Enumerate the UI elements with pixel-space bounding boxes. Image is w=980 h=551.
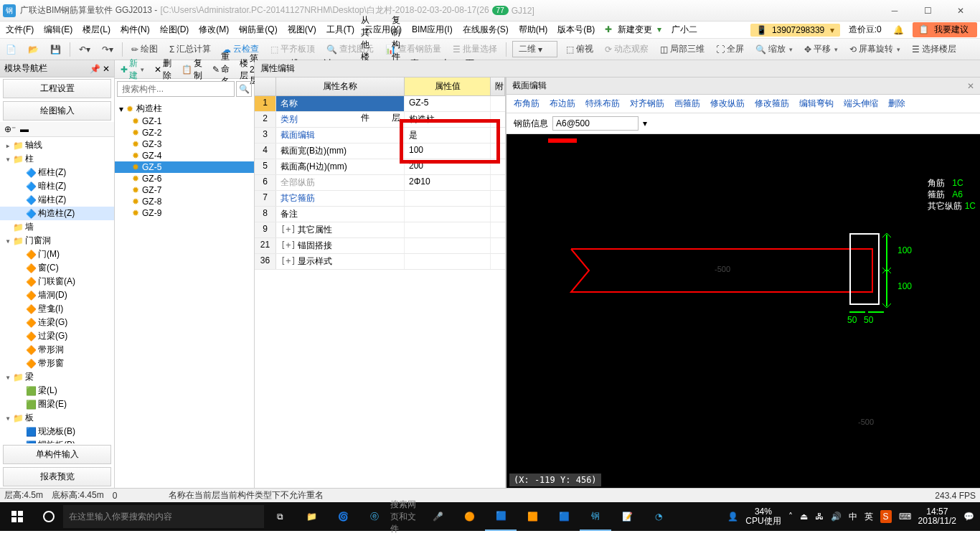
pin-app-blue[interactable]: 🟦 bbox=[485, 502, 517, 531]
nav-node[interactable]: 🔶带形洞 bbox=[0, 343, 114, 357]
section-tab[interactable]: 布边筋 bbox=[550, 98, 575, 110]
tray-notifications-icon[interactable]: 💬 bbox=[963, 512, 974, 522]
bell-icon[interactable]: 🔔 bbox=[890, 24, 907, 37]
open-icon[interactable]: 📂 bbox=[25, 43, 42, 56]
component-root[interactable]: ▾ ✹ 构造柱 bbox=[115, 102, 254, 116]
section-tab[interactable]: 布角筋 bbox=[514, 98, 540, 110]
nav-node[interactable]: 🟩圈梁(E) bbox=[0, 397, 114, 411]
pin-edge[interactable]: ⓔ bbox=[359, 502, 390, 531]
nav-node[interactable]: 🔷构造柱(Z) bbox=[0, 207, 114, 220]
batch-select-button[interactable]: ☰ 批量选择 bbox=[450, 42, 500, 57]
component-item[interactable]: ✹ GZ-5 bbox=[115, 161, 254, 173]
rebar-info-input[interactable] bbox=[552, 116, 639, 131]
tray-people-icon[interactable]: 👤 bbox=[727, 512, 738, 522]
component-item[interactable]: ✹ GZ-3 bbox=[115, 138, 254, 150]
collapse-icon[interactable]: ▬ bbox=[20, 124, 29, 134]
menu-edit[interactable]: 编辑(E) bbox=[41, 22, 75, 37]
btn-draw-input[interactable]: 绘图输入 bbox=[3, 101, 111, 121]
pin-glodon[interactable]: 钢 bbox=[580, 502, 611, 531]
btn-project-setting[interactable]: 工程设置 bbox=[3, 79, 111, 98]
nav-node[interactable]: 🔷端柱(Z) bbox=[0, 193, 114, 207]
align-top-button[interactable]: ⬚ 平齐板顶 bbox=[268, 42, 318, 57]
prop-row[interactable]: 36[+]显示样式 bbox=[255, 254, 505, 270]
pin-360[interactable]: 🟠 bbox=[453, 502, 485, 531]
prop-row[interactable]: 6全部纵筋2Φ10 bbox=[255, 175, 505, 191]
section-canvas[interactable]: 角筋 1C 箍筋 A6 其它纵筋 1C bbox=[507, 134, 980, 488]
expand-icon[interactable]: ⊕⁻ bbox=[4, 124, 16, 134]
nav-node[interactable]: 🔶壁龛(I) bbox=[0, 302, 114, 316]
prop-row[interactable]: 21[+]锚固搭接 bbox=[255, 238, 505, 254]
pin-mic-icon[interactable]: 🎤 bbox=[422, 502, 453, 531]
prop-row[interactable]: 5截面高(H边)(mm)200 bbox=[255, 159, 505, 175]
nav-node[interactable]: ▾📁柱 bbox=[0, 152, 114, 166]
nav-node[interactable]: 📁墙 bbox=[0, 220, 114, 234]
nav-node[interactable]: ▾📁梁 bbox=[0, 370, 114, 384]
save-icon[interactable]: 💾 bbox=[47, 43, 64, 56]
orbit-button[interactable]: ⟳ 动态观察 bbox=[602, 42, 651, 57]
menu-user[interactable]: 广小二 bbox=[669, 22, 700, 37]
tray-lang2[interactable]: 英 bbox=[864, 511, 873, 523]
phone-badge[interactable]: 📱 13907298339 ▾ bbox=[750, 24, 840, 37]
nav-node[interactable]: 🔶门联窗(A) bbox=[0, 275, 114, 288]
pin-app3[interactable]: ◔ bbox=[643, 502, 674, 531]
search-icon[interactable]: 🔍 bbox=[236, 81, 252, 97]
undo-icon[interactable]: ↶▾ bbox=[76, 43, 93, 56]
section-tab[interactable]: 对齐钢筋 bbox=[630, 98, 664, 110]
nav-node[interactable]: 🔶过梁(G) bbox=[0, 329, 114, 343]
menu-modify[interactable]: 修改(M) bbox=[196, 22, 232, 37]
rebar-info-dropdown-icon[interactable]: ▾ bbox=[643, 118, 647, 128]
btn-single-input[interactable]: 单构件输入 bbox=[3, 445, 111, 464]
tray-keyboard-icon[interactable]: ⌨ bbox=[899, 512, 911, 522]
pin-browser-search[interactable]: 搜索网页和文件 bbox=[390, 502, 422, 531]
prop-row[interactable]: 2类别构造柱 bbox=[255, 112, 505, 128]
tray-usb-icon[interactable]: ⏏ bbox=[800, 512, 808, 522]
prop-row[interactable]: 9[+]其它属性 bbox=[255, 222, 505, 238]
pin-app1[interactable]: 🌀 bbox=[327, 502, 359, 531]
nav-node[interactable]: 🔷框柱(Z) bbox=[0, 166, 114, 179]
close-button[interactable]: ✕ bbox=[944, 1, 977, 21]
tray-cpu[interactable]: 34%CPU使用 bbox=[745, 507, 781, 526]
section-tab[interactable]: 修改箍筋 bbox=[755, 98, 789, 110]
menu-view[interactable]: 视图(V) bbox=[285, 22, 319, 37]
section-tab[interactable]: 修改纵筋 bbox=[710, 98, 745, 110]
tray-lang1[interactable]: 中 bbox=[849, 511, 857, 523]
tray-clock[interactable]: 14:572018/11/2 bbox=[918, 507, 956, 526]
local-3d-button[interactable]: ◫ 局部三维 bbox=[657, 42, 707, 57]
menu-new-change[interactable]: ✚ 新建变更 ▾ bbox=[602, 22, 664, 37]
nav-node[interactable]: 🔶窗(C) bbox=[0, 261, 114, 275]
nav-node[interactable]: ▸📁轴线 bbox=[0, 138, 114, 152]
component-item[interactable]: ✹ GZ-8 bbox=[115, 196, 254, 207]
redo-icon[interactable]: ↷▾ bbox=[99, 43, 116, 56]
component-item[interactable]: ✹ GZ-1 bbox=[115, 116, 254, 127]
section-tab[interactable]: 端头伸缩 bbox=[844, 98, 878, 110]
prop-row[interactable]: 7其它箍筋 bbox=[255, 191, 505, 207]
select-floor-button[interactable]: ☰ 选择楼层 bbox=[909, 42, 959, 57]
zoom-button[interactable]: 🔍 缩放 bbox=[753, 42, 796, 57]
start-button[interactable] bbox=[0, 511, 34, 522]
search-input[interactable] bbox=[117, 81, 235, 97]
prop-row[interactable]: 4截面宽(B边)(mm)100 bbox=[255, 143, 505, 159]
rotate-screen-button[interactable]: ⟲ 屏幕旋转 bbox=[847, 42, 903, 57]
draw-mode-button[interactable]: ✏ 绘图 bbox=[128, 42, 161, 57]
btn-report[interactable]: 报表预览 bbox=[3, 467, 111, 486]
nav-node[interactable]: 🔶墙洞(D) bbox=[0, 288, 114, 302]
pan-button[interactable]: ✥ 平移 bbox=[801, 42, 841, 57]
nav-node[interactable]: 🟩梁(L) bbox=[0, 384, 114, 397]
tray-ime-icon[interactable]: S bbox=[880, 510, 892, 523]
maximize-button[interactable]: ☐ bbox=[911, 1, 944, 21]
suggest-button[interactable]: 📋 我要建议 bbox=[913, 22, 977, 37]
section-tab[interactable]: 删除 bbox=[888, 98, 905, 110]
section-tab[interactable]: 编辑弯钩 bbox=[799, 98, 834, 110]
cortana-icon[interactable] bbox=[34, 510, 63, 523]
component-item[interactable]: ✹ GZ-7 bbox=[115, 184, 254, 196]
component-item[interactable]: ✹ GZ-9 bbox=[115, 207, 254, 219]
taskbar-search[interactable]: 在这里输入你要搜索的内容 bbox=[63, 505, 264, 528]
menu-draw[interactable]: 绘图(D) bbox=[157, 22, 192, 37]
fullscreen-button[interactable]: ⛶ 全屏 bbox=[713, 42, 747, 57]
prop-row[interactable]: 3截面编辑是 bbox=[255, 128, 505, 143]
component-item[interactable]: ✹ GZ-2 bbox=[115, 127, 254, 138]
tray-net-icon[interactable]: 🖧 bbox=[815, 512, 824, 522]
menu-bim[interactable]: BIM应用(I) bbox=[409, 22, 456, 37]
view-2d-dropdown[interactable]: 二维 ▾ bbox=[512, 41, 557, 57]
nav-node[interactable]: ▾📁门窗洞 bbox=[0, 234, 114, 248]
